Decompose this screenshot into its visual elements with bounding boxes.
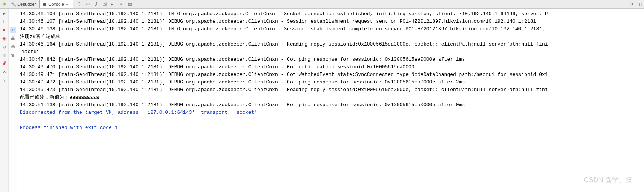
step-over-icon[interactable]: ⤼: [85, 1, 91, 7]
log-line: 14:30:46.107 [main-SendThread(10.192.140…: [20, 18, 642, 25]
log-line: 14:30:46.104 [main-SendThread(10.192.140…: [20, 10, 642, 18]
pause-icon[interactable]: ⏸: [1, 19, 7, 25]
tab-label: Console →*: [48, 2, 71, 6]
tab-debugger[interactable]: 🔧 Debugger: [8, 0, 38, 8]
dump-icon[interactable]: ▤: [127, 1, 133, 7]
step-toolbar: ⤵ ⤼ ⤴ ⇲ ▸| ≡ ▤: [76, 1, 133, 7]
up-arrow-icon[interactable]: ↑: [10, 10, 16, 16]
bug-icon[interactable]: ✸: [2, 1, 8, 7]
debugger-icon: 🔧: [11, 2, 16, 7]
log-line: 14:30:49.472 [main-SendThread(10.192.140…: [20, 79, 642, 86]
close-icon[interactable]: ✕: [1, 69, 7, 75]
console-icon: ▦: [42, 2, 47, 7]
layout-icon[interactable]: ▥: [1, 52, 7, 58]
settings-icon[interactable]: ⚙: [628, 1, 634, 7]
stop-icon[interactable]: ■: [1, 27, 7, 33]
log-line: 配置已修改，新值为：aaaaaaaaaa: [20, 94, 642, 101]
exit-code-line: Process finished with exit code 1: [20, 124, 642, 132]
filter-icon[interactable]: ⛃: [10, 44, 16, 50]
step-into-icon[interactable]: ⤵: [76, 1, 83, 7]
blank-line: [20, 116, 642, 124]
log-line: 14:30:49.473 [main-SendThread(10.192.140…: [20, 86, 642, 94]
highlight-box: maorui: [20, 49, 41, 55]
soft-wrap-icon[interactable]: ↩: [10, 27, 16, 33]
mute-breakpoints-icon[interactable]: ⊘: [1, 44, 7, 50]
log-line: 注册zk客户端成功: [20, 33, 642, 41]
log-line-highlight: maorui: [20, 48, 642, 56]
help-icon[interactable]: ?: [1, 77, 7, 83]
restore-layout-icon[interactable]: ◫: [636, 1, 642, 7]
down-arrow-icon[interactable]: ↓: [10, 19, 16, 25]
log-line: 14:30:46.164 [main-SendThread(10.192.140…: [20, 41, 642, 48]
step-out-icon[interactable]: ⤴: [93, 1, 99, 7]
view-breakpoints-icon[interactable]: ◉: [1, 35, 7, 41]
log-line: 14:30:49.471 [main-SendThread(10.192.140…: [20, 71, 642, 79]
debug-side-toolbar: ▶ ⏸ ■ ◉ ⊘ ▥ 📌 ✕ ?: [0, 9, 9, 192]
pin-icon[interactable]: 📌: [1, 60, 7, 66]
watermark: CSDN @学、渣: [584, 175, 633, 184]
console-side-toolbar: ↑ ↓ ↩ 🖶 ⛃ 🗑: [9, 9, 17, 192]
trash-icon[interactable]: 🗑: [10, 52, 16, 58]
tab-console[interactable]: ▦ Console →*: [39, 0, 73, 8]
print-icon[interactable]: 🖶: [10, 35, 16, 41]
smart-step-icon[interactable]: ⇲: [102, 1, 108, 7]
log-line: 14:30:49.470 [main-SendThread(10.192.140…: [20, 63, 642, 71]
console-output[interactable]: 14:30:46.104 [main-SendThread(10.192.140…: [17, 9, 644, 192]
evaluate-icon[interactable]: ≡: [118, 1, 124, 7]
resume-icon[interactable]: ▶: [1, 10, 7, 16]
tab-label: Debugger: [17, 2, 36, 6]
log-line: 14:30:51.138 [main-SendThread(10.192.140…: [20, 101, 642, 109]
tab-bar: ✸ 🔧 Debugger ▦ Console →* ⤵ ⤼ ⤴ ⇲ ▸| ≡ ▤…: [0, 0, 644, 9]
log-line: 14:30:47.842 [main-SendThread(10.192.140…: [20, 56, 642, 63]
run-to-cursor-icon[interactable]: ▸|: [110, 1, 116, 7]
disconnect-line: Disconnected from the target VM, address…: [20, 109, 642, 116]
log-line: 14:30:46.138 [main-SendThread(10.192.140…: [20, 25, 642, 33]
